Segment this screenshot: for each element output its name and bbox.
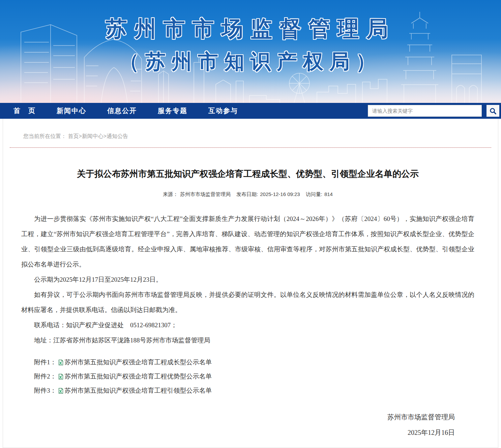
attachment-list: 附件1： 苏州市第五批知识产权强企培育工程成长型公示名单 附件2： 苏州市第五批… (21, 355, 474, 398)
search-bar (368, 105, 499, 117)
signature-block: 苏州市市场监督管理局 2025年12月16日 (21, 409, 474, 440)
site-banner: 苏州市市场监督管理局 （苏州市知识产权局） (0, 0, 501, 103)
breadcrumb: 您当前所在位置： 首页>新闻中心>通知公告 (3, 119, 498, 140)
paragraph: 为进一步贯彻落实《苏州市实施知识产权“八大工程”全面支撑新质生产力发展行动计划（… (21, 211, 474, 272)
meta-date-label: 发布日期: (236, 191, 258, 197)
attachment-link-leading[interactable]: 苏州市第五批知识产权强企培育工程引领型公示名单 (65, 386, 212, 395)
search-icon (489, 107, 497, 115)
nav-item-service-topics[interactable]: 服务专题 (158, 106, 187, 115)
paragraph-contact-phone: 联系电话：知识产权产业促进处 0512-69821307； (21, 317, 474, 333)
nav-item-info-disclosure[interactable]: 信息公开 (107, 106, 137, 115)
signature-org: 苏州市市场监督管理局 (21, 409, 455, 425)
breadcrumb-label: 您当前所在位置： (23, 133, 66, 139)
attachment-row: 附件3： 苏州市第五批知识产权强企培育工程引领型公示名单 (21, 384, 474, 398)
nav-item-interaction[interactable]: 互动参与 (208, 106, 238, 115)
article-meta: 来源：苏州市市场监督管理局发布日期:2025-12-16 09:23访问量:81… (21, 191, 474, 198)
paragraph: 公示期为2025年12月17日至2025年12月23日。 (21, 272, 474, 287)
paragraph: 如有异议，可于公示期内书面向苏州市市场监督管理局反映，并提供必要的证明文件。以单… (21, 287, 474, 317)
excel-file-icon (58, 360, 64, 365)
breadcrumb-path[interactable]: 首页>新闻中心>通知公告 (68, 133, 128, 139)
excel-file-icon (58, 374, 64, 380)
signature-date: 2025年12月16日 (21, 425, 455, 440)
meta-views-label: 访问量: (306, 191, 322, 197)
attachment-link-advantage[interactable]: 苏州市第五批知识产权强企培育工程优势型公示名单 (65, 372, 212, 381)
attachment-label: 附件2： (34, 372, 57, 381)
article: 关于拟公布苏州市第五批知识产权强企培育工程成长型、优势型、引领型企业名单的公示 … (3, 168, 498, 440)
nav-item-home[interactable]: 首 页 (13, 106, 36, 115)
agency-title-line1: 苏州市市场监督管理局 (0, 14, 501, 44)
meta-date-value: 2025-12-16 09:23 (260, 191, 300, 197)
dotted-separator (10, 147, 491, 148)
article-body: 为进一步贯彻落实《苏州市实施知识产权“八大工程”全面支撑新质生产力发展行动计划（… (21, 211, 474, 348)
attachment-row: 附件2： 苏州市第五批知识产权强企培育工程优势型公示名单 (21, 369, 474, 384)
agency-title: 苏州市市场监督管理局 （苏州市知识产权局） (0, 0, 501, 76)
attachment-label: 附件1： (34, 358, 57, 367)
attachment-link-growth[interactable]: 苏州市第五批知识产权强企培育工程成长型公示名单 (65, 358, 212, 367)
meta-source-label: 来源： (163, 191, 178, 197)
search-input[interactable] (368, 105, 482, 117)
excel-file-icon (58, 388, 64, 394)
attachment-row: 附件1： 苏州市第五批知识产权强企培育工程成长型公示名单 (21, 355, 474, 369)
meta-views-value: 814 (324, 191, 333, 197)
page-title: 关于拟公布苏州市第五批知识产权强企培育工程成长型、优势型、引领型企业名单的公示 (21, 168, 474, 180)
main-navbar: 首 页 新闻中心 信息公开 服务专题 互动参与 (0, 103, 501, 119)
search-button[interactable] (487, 105, 499, 117)
meta-source-value: 苏州市市场监督管理局 (180, 191, 231, 197)
attachment-label: 附件3： (34, 386, 57, 395)
content-panel: 您当前所在位置： 首页>新闻中心>通知公告 关于拟公布苏州市第五批知识产权强企培… (3, 119, 498, 448)
paragraph-address: 地址：江苏省苏州市姑苏区平泷路188号苏州市市场监督管理局 (21, 333, 474, 348)
agency-title-line2: （苏州市知识产权局） (0, 48, 501, 76)
nav-item-news[interactable]: 新闻中心 (57, 106, 86, 115)
